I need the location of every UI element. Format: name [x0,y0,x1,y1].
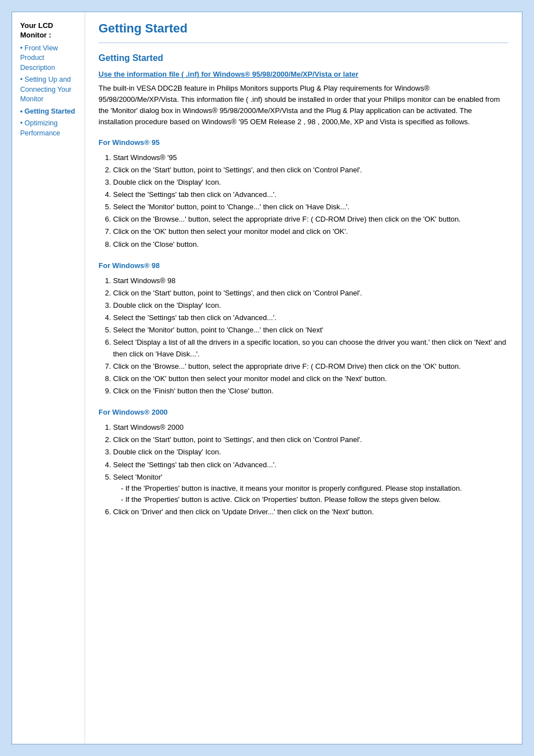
list-item: Click on the 'Finish' button then the 'C… [113,386,508,397]
list-item: Select the 'Settings' tab then click on … [113,189,508,200]
sidebar-item-setting-up[interactable]: • Setting Up and Connecting Your Monitor [20,75,79,105]
list-item: Double click on the 'Display' Icon. [113,177,508,188]
list-item: Click on the 'Start' button, point to 'S… [113,165,508,176]
list-item: Select 'Display a list of all the driver… [113,337,508,359]
sidebar-item-setting-up-label: • Setting Up and Connecting Your Monitor [20,76,72,103]
windows-95-section: For Windows® 95 Start Windows® '95 Click… [99,138,508,250]
list-item: Select the 'Monitor' button, point to 'C… [113,201,508,213]
windows-95-heading: For Windows® 95 [99,138,508,147]
list-item: Double click on the 'Display' Icon. [113,447,508,458]
windows-2000-heading: For Windows® 2000 [99,408,508,416]
list-item: Select 'Monitor' - If the 'Properties' b… [113,472,508,505]
sidebar-item-optimizing-label: • Optimizing Performance [20,119,60,137]
sidebar: Your LCD Monitor : • Front View Product … [12,12,85,744]
list-item: Start Windows® 2000 [113,422,508,433]
list-item: Click on 'Driver' and then click on 'Upd… [113,506,508,518]
sidebar-item-getting-started[interactable]: • Getting Started [20,107,79,117]
sidebar-item-front-view-label: • Front View Product Description [20,44,58,72]
list-item: Click on the 'OK' button then select you… [113,373,508,384]
list-item: Click on the 'Browse...' button, select … [113,214,508,225]
list-item: Select the 'Settings' tab then click on … [113,459,508,471]
list-item: Click on the 'Browse...' button, select … [113,361,508,372]
list-item: Double click on the 'Display' Icon. [113,300,508,311]
list-item: Click on the 'Start' button, point to 'S… [113,434,508,445]
note-inactive: - If the 'Properties' button is inactive… [113,483,508,494]
main-content: Getting Started Getting Started Use the … [85,12,522,744]
windows-98-heading: For Windows® 98 [99,261,508,270]
divider [99,43,508,43]
section-title: Getting Started [99,53,508,63]
intro-text: The built-in VESA DDC2B feature in Phili… [99,83,508,128]
main-container: Your LCD Monitor : • Front View Product … [11,11,523,745]
windows-2000-steps: Start Windows® 2000 Click on the 'Start'… [99,422,508,518]
list-item: Start Windows® 98 [113,275,508,287]
list-item: Click on the 'OK' button then select you… [113,226,508,237]
windows-2000-section: For Windows® 2000 Start Windows® 2000 Cl… [99,408,508,518]
list-item: Start Windows® '95 [113,152,508,163]
sidebar-item-getting-started-label: • Getting Started [20,107,75,115]
page-title: Getting Started [99,21,508,36]
windows-98-steps: Start Windows® 98 Click on the 'Start' b… [99,275,508,397]
subsection-title: Use the information file ( .inf) for Win… [99,70,508,78]
sidebar-item-optimizing[interactable]: • Optimizing Performance [20,119,79,138]
windows-95-steps: Start Windows® '95 Click on the 'Start' … [99,152,508,250]
list-item: Select the 'Settings' tab then click on … [113,312,508,323]
list-item: Select the 'Monitor' button, point to 'C… [113,325,508,336]
sidebar-item-front-view[interactable]: • Front View Product Description [20,44,79,73]
list-item: Click on the 'Close' button. [113,239,508,250]
list-item: Click on the 'Start' button, point to 'S… [113,288,508,299]
note-active: - If the 'Properties' button is active. … [113,494,508,505]
sidebar-title: Your LCD Monitor : [20,21,79,40]
windows-98-section: For Windows® 98 Start Windows® 98 Click … [99,261,508,397]
